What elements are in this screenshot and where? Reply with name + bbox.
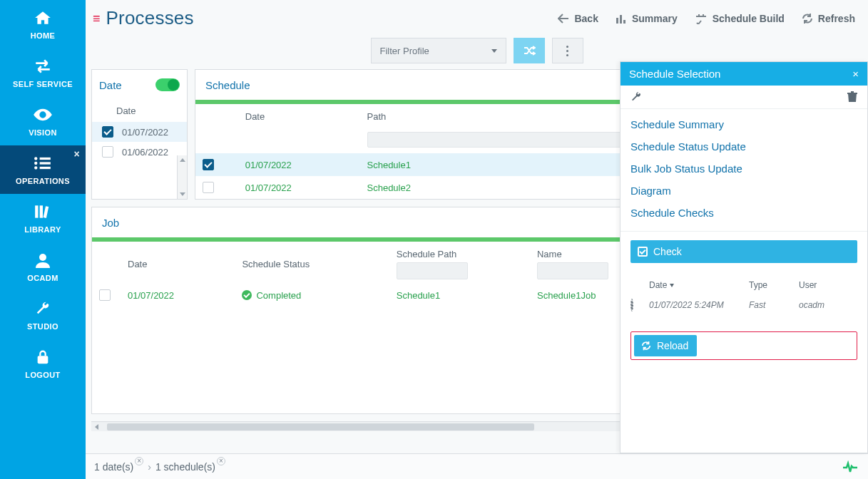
check-button-label: Check xyxy=(653,246,682,257)
home-icon xyxy=(33,9,53,26)
sidebar-item-self-service[interactable]: SELF SERVICE xyxy=(0,48,86,97)
reload-button[interactable]: Reload xyxy=(634,335,697,356)
wrench-icon xyxy=(33,300,53,317)
checkbox[interactable] xyxy=(99,289,111,301)
svg-rect-6 xyxy=(35,205,38,217)
more-menu-button[interactable] xyxy=(552,38,583,63)
svg-rect-8 xyxy=(44,206,49,218)
summary-button[interactable]: Summary xyxy=(616,13,678,24)
sidebar-item-label: HOME xyxy=(31,31,56,40)
date-panel: Date Date 01/07/2022 01/06/2022 xyxy=(91,69,188,200)
sidebar: HOME SELF SERVICE VISION OPERATIONS LIBR… xyxy=(0,0,86,457)
sort-desc-icon xyxy=(670,284,674,287)
close-icon[interactable]: × xyxy=(852,68,859,80)
sidebar-item-library[interactable]: LIBRARY xyxy=(0,194,86,242)
sidebar-item-label: SELF SERVICE xyxy=(13,80,73,88)
sidebar-item-logout[interactable]: LOGOUT xyxy=(0,339,86,388)
checkbox[interactable] xyxy=(203,182,214,193)
shuffle-button[interactable] xyxy=(514,38,545,63)
checkbox[interactable] xyxy=(203,159,214,170)
sidebar-item-ocadm[interactable]: OCADM xyxy=(0,242,86,291)
reload-button-label: Reload xyxy=(657,340,688,351)
sidebar-item-label: OCADM xyxy=(27,274,58,282)
lock-icon xyxy=(33,349,53,366)
eye-icon xyxy=(33,106,53,123)
svg-rect-13 xyxy=(623,20,626,24)
sidebar-item-home[interactable]: HOME xyxy=(0,0,86,48)
schedule-date: 01/07/2022 xyxy=(238,153,360,176)
sidebar-item-label: VISION xyxy=(29,128,57,137)
check-type: Fast xyxy=(749,300,799,310)
col-check-user[interactable]: User xyxy=(799,280,857,290)
close-icon[interactable]: × xyxy=(135,457,143,458)
user-icon xyxy=(33,252,53,269)
caret-down-icon xyxy=(491,49,497,53)
schedule-build-button[interactable]: Schedule Build xyxy=(695,13,785,24)
check-circle-icon xyxy=(242,290,252,300)
svg-point-0 xyxy=(34,157,37,160)
refresh-button[interactable]: Refresh xyxy=(802,13,855,24)
col-date[interactable]: Date xyxy=(238,104,360,126)
svg-rect-10 xyxy=(38,356,48,364)
refresh-icon xyxy=(641,341,651,351)
checkbox[interactable] xyxy=(102,146,113,158)
link-bulk-job-status-update[interactable]: Bulk Job Status Update xyxy=(630,158,857,180)
sidebar-item-label: LIBRARY xyxy=(24,225,61,234)
checkbox[interactable] xyxy=(102,126,113,138)
check-user: ocadm xyxy=(799,300,857,310)
schedule-path-filter-input[interactable] xyxy=(397,262,468,279)
path-filter-input[interactable] xyxy=(367,132,624,148)
svg-rect-7 xyxy=(40,205,43,217)
date-toggle[interactable] xyxy=(155,78,180,91)
date-cell: 01/06/2022 xyxy=(122,147,168,158)
job-status: Completed xyxy=(256,290,301,301)
schedule-selection-drawer: Schedule Selection × Schedule Summary Sc… xyxy=(620,61,868,453)
page-title: Processes xyxy=(106,7,194,29)
col-job-sched-status[interactable]: Schedule Status xyxy=(235,242,389,284)
wrench-icon[interactable] xyxy=(630,91,642,103)
name-filter-input[interactable] xyxy=(537,262,608,279)
drawer-title: Schedule Selection xyxy=(629,68,720,80)
date-row[interactable]: 01/07/2022 xyxy=(92,122,187,142)
back-label: Back xyxy=(574,13,598,24)
svg-rect-12 xyxy=(620,15,622,24)
svg-rect-5 xyxy=(40,167,51,169)
link-schedule-checks[interactable]: Schedule Checks xyxy=(630,202,857,224)
sidebar-item-vision[interactable]: VISION xyxy=(0,97,86,145)
sidebar-item-label: OPERATIONS xyxy=(16,177,70,185)
check-row[interactable]: 01/07/2022 5:24PM Fast ocadm xyxy=(630,296,857,314)
date-cell: 01/07/2022 xyxy=(122,127,168,138)
vertical-scrollbar[interactable] xyxy=(177,155,187,199)
back-button[interactable]: Back xyxy=(558,13,598,24)
svg-rect-3 xyxy=(40,162,51,164)
svg-rect-1 xyxy=(40,158,51,160)
sidebar-item-studio[interactable]: STUDIO xyxy=(0,291,86,339)
col-check-type[interactable]: Type xyxy=(749,280,799,290)
link-diagram[interactable]: Diagram xyxy=(630,180,857,202)
col-check-date[interactable]: Date xyxy=(649,280,667,290)
link-schedule-summary[interactable]: Schedule Summary xyxy=(630,113,857,135)
kebab-icon xyxy=(566,46,568,56)
check-square-icon xyxy=(638,247,648,257)
sidebar-item-operations[interactable]: OPERATIONS xyxy=(0,145,86,194)
books-icon xyxy=(33,203,53,220)
date-panel-title: Date xyxy=(99,79,122,91)
reload-highlight: Reload xyxy=(630,331,857,360)
col-job-sched-path[interactable]: Schedule Path xyxy=(389,242,530,284)
check-button[interactable]: Check xyxy=(630,240,857,263)
close-icon[interactable]: × xyxy=(217,457,225,458)
col-job-date[interactable]: Date xyxy=(121,242,235,284)
job-date: 01/07/2022 xyxy=(121,284,235,307)
filter-profile-select[interactable]: Filter Profile xyxy=(371,38,506,63)
schedule-date: 01/07/2022 xyxy=(238,176,360,199)
breadcrumb: 1 date(s)× › 1 schedule(s)× xyxy=(86,453,868,457)
link-schedule-status-update[interactable]: Schedule Status Update xyxy=(630,135,857,158)
check-date: 01/07/2022 5:24PM xyxy=(649,300,749,310)
summary-label: Summary xyxy=(632,13,678,24)
menu-toggle-icon[interactable]: ≡ xyxy=(93,12,101,25)
swap-icon xyxy=(33,58,53,75)
date-row[interactable]: 01/06/2022 xyxy=(92,142,187,162)
trash-icon[interactable] xyxy=(847,91,857,103)
schedule-build-label: Schedule Build xyxy=(713,13,785,24)
svg-rect-11 xyxy=(616,18,618,24)
